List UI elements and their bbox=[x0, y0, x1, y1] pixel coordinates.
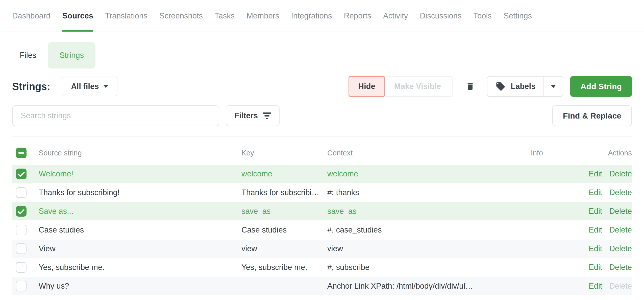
filters-button[interactable]: Filters bbox=[226, 105, 280, 126]
edit-link[interactable]: Edit bbox=[589, 207, 602, 216]
cell-context: #. case_studies bbox=[327, 225, 479, 235]
labels-dropdown-toggle[interactable] bbox=[544, 77, 563, 96]
nav-item-activity[interactable]: Activity bbox=[383, 0, 408, 32]
tab-strings[interactable]: Strings bbox=[48, 42, 95, 68]
tag-icon bbox=[496, 81, 506, 91]
section-divider bbox=[12, 136, 632, 137]
table-body: Welcome! welcome welcome Edit Delete Tha… bbox=[12, 164, 632, 295]
table-row: Case studies Case studies #. case_studie… bbox=[12, 220, 632, 239]
delete-link[interactable]: Delete bbox=[609, 169, 632, 178]
nav-item-reports[interactable]: Reports bbox=[344, 0, 371, 32]
chevron-down-icon bbox=[103, 85, 108, 88]
row-checkbox[interactable] bbox=[16, 281, 27, 291]
column-header-info: Info bbox=[531, 149, 543, 157]
labels-button[interactable]: Labels bbox=[487, 77, 544, 96]
table-row: Why us? Anchor Link XPath: /html/body/di… bbox=[12, 276, 632, 295]
find-replace-button[interactable]: Find & Replace bbox=[552, 105, 632, 126]
tab-files[interactable]: Files bbox=[12, 42, 44, 68]
row-checkbox[interactable] bbox=[16, 225, 27, 235]
cell-key: Thanks for subscribing! bbox=[241, 188, 327, 197]
nav-item-translations[interactable]: Translations bbox=[105, 0, 147, 32]
trash-icon bbox=[466, 81, 475, 91]
cell-context: welcome bbox=[327, 169, 479, 178]
edit-link[interactable]: Edit bbox=[589, 282, 602, 291]
search-input[interactable] bbox=[12, 105, 219, 126]
column-header-source: Source string bbox=[39, 149, 241, 157]
edit-link[interactable]: Edit bbox=[589, 244, 602, 253]
delete-link[interactable]: Delete bbox=[609, 188, 632, 197]
cell-key: save_as bbox=[241, 207, 327, 216]
table-header-row: Source string Key Context Info Actions bbox=[12, 142, 632, 164]
delete-link[interactable]: Delete bbox=[609, 282, 632, 291]
cell-source: Why us? bbox=[39, 282, 241, 291]
nav-item-dashboard[interactable]: Dashboard bbox=[12, 0, 51, 32]
cell-key: welcome bbox=[241, 169, 327, 178]
column-header-context: Context bbox=[327, 149, 479, 157]
cell-key: Case studies bbox=[241, 225, 327, 235]
cell-key: Yes, subscribe me. bbox=[241, 263, 327, 272]
cell-source: Yes, subscribe me. bbox=[39, 263, 241, 272]
nav-item-integrations[interactable]: Integrations bbox=[291, 0, 332, 32]
cell-context: Anchor Link XPath: /html/body/div/div/ul… bbox=[327, 282, 479, 291]
source-view-tabs: Files Strings bbox=[12, 42, 632, 68]
nav-item-tools[interactable]: Tools bbox=[474, 0, 492, 32]
cell-source: Thanks for subscribing! bbox=[39, 188, 241, 197]
delete-selected-button[interactable] bbox=[466, 81, 475, 91]
search-row: Filters Find & Replace bbox=[12, 105, 632, 126]
filter-icon bbox=[263, 112, 271, 119]
table-row: Welcome! welcome welcome Edit Delete bbox=[12, 164, 632, 183]
strings-toolbar: Strings: All files Hide Make Visible Lab… bbox=[12, 73, 632, 100]
delete-link[interactable]: Delete bbox=[609, 207, 632, 216]
visibility-button-group: Hide Make Visible bbox=[349, 76, 453, 97]
edit-link[interactable]: Edit bbox=[589, 188, 602, 197]
labels-label: Labels bbox=[511, 82, 535, 91]
cell-context: view bbox=[327, 244, 479, 253]
column-header-key: Key bbox=[241, 149, 327, 157]
table-row: Thanks for subscribing! Thanks for subsc… bbox=[12, 183, 632, 202]
cell-key: view bbox=[241, 244, 327, 253]
add-string-button[interactable]: Add String bbox=[570, 76, 632, 97]
row-checkbox[interactable] bbox=[16, 262, 27, 273]
file-filter-label: All files bbox=[71, 82, 99, 91]
nav-item-settings[interactable]: Settings bbox=[504, 0, 532, 32]
nav-item-discussions[interactable]: Discussions bbox=[420, 0, 461, 32]
filters-label: Filters bbox=[234, 111, 258, 120]
file-filter-dropdown[interactable]: All files bbox=[62, 77, 117, 96]
strings-table: Source string Key Context Info Actions W… bbox=[12, 142, 632, 295]
delete-link[interactable]: Delete bbox=[609, 263, 632, 272]
nav-item-tasks[interactable]: Tasks bbox=[215, 0, 235, 32]
hide-button[interactable]: Hide bbox=[349, 76, 385, 97]
page-title: Strings: bbox=[12, 81, 50, 92]
make-visible-button[interactable]: Make Visible bbox=[383, 76, 453, 97]
top-navigation: DashboardSourcesTranslationsScreenshotsT… bbox=[0, 0, 644, 32]
row-checkbox[interactable] bbox=[16, 187, 27, 198]
delete-link[interactable]: Delete bbox=[609, 244, 632, 253]
row-checkbox[interactable] bbox=[16, 243, 27, 254]
cell-context: #: thanks bbox=[327, 188, 479, 197]
table-row: Save as... save_as save_as Edit Delete bbox=[12, 202, 632, 220]
nav-item-screenshots[interactable]: Screenshots bbox=[159, 0, 203, 32]
cell-source: Welcome! bbox=[39, 169, 241, 178]
edit-link[interactable]: Edit bbox=[589, 169, 602, 178]
edit-link[interactable]: Edit bbox=[589, 263, 602, 272]
table-row: View view view Edit Delete bbox=[12, 239, 632, 258]
delete-link[interactable]: Delete bbox=[609, 225, 632, 235]
chevron-down-icon bbox=[551, 85, 556, 88]
row-checkbox[interactable] bbox=[16, 169, 27, 179]
cell-context: #, subscribe bbox=[327, 263, 479, 272]
labels-button-group: Labels bbox=[487, 76, 563, 97]
cell-source: View bbox=[39, 244, 241, 253]
table-row: Yes, subscribe me. Yes, subscribe me. #,… bbox=[12, 258, 632, 276]
cell-source: Case studies bbox=[39, 225, 241, 235]
cell-context: save_as bbox=[327, 207, 479, 216]
edit-link[interactable]: Edit bbox=[589, 225, 602, 235]
row-checkbox[interactable] bbox=[16, 206, 27, 217]
select-all-checkbox[interactable] bbox=[16, 148, 27, 158]
column-header-actions: Actions bbox=[608, 149, 632, 157]
nav-item-members[interactable]: Members bbox=[246, 0, 279, 32]
cell-source: Save as... bbox=[39, 207, 241, 216]
nav-item-sources[interactable]: Sources bbox=[62, 0, 93, 32]
